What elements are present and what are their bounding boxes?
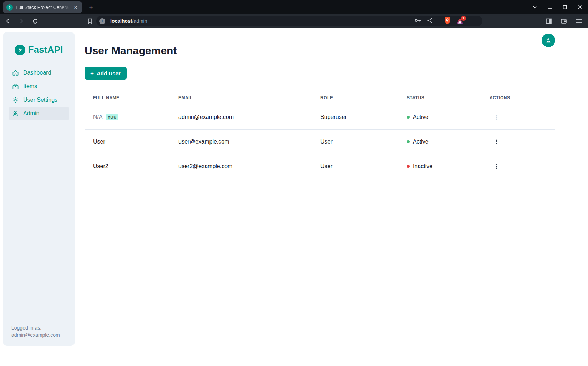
status-dot <box>407 165 410 168</box>
sidebar-item-dashboard[interactable]: Dashboard <box>9 66 69 80</box>
briefcase-icon <box>12 83 19 90</box>
bookmark-icon[interactable] <box>85 16 95 26</box>
app-content: FastAPI Dashboard Items User Settings Ad… <box>0 28 588 366</box>
sidebar-item-label: Dashboard <box>23 70 51 76</box>
toolbar-separator <box>439 18 439 24</box>
table-row: N/A YOU admin@example.com Superuser Acti… <box>85 105 555 130</box>
header-full-name: FULL NAME <box>93 95 178 100</box>
tab-close-icon[interactable]: ✕ <box>72 4 79 11</box>
saved-passwords-key-icon[interactable] <box>414 17 422 25</box>
url-host: localhost <box>110 18 132 24</box>
cell-email: user@example.com <box>178 139 320 145</box>
app-logo: FastAPI <box>3 32 75 55</box>
header-actions: ACTIONS <box>490 95 555 100</box>
header-status: STATUS <box>407 95 490 100</box>
cell-email: admin@example.com <box>178 114 320 120</box>
gear-icon <box>12 97 19 104</box>
header-email: EMAIL <box>178 95 320 100</box>
sidebar-item-label: Items <box>23 83 37 90</box>
logo-text: FastAPI <box>28 44 63 55</box>
users-icon <box>12 110 19 117</box>
status-dot <box>407 140 410 143</box>
status-label: Active <box>413 139 429 145</box>
sidebar: FastAPI Dashboard Items User Settings Ad… <box>3 32 75 346</box>
brave-shields-icon[interactable] <box>444 16 451 26</box>
cell-role: Superuser <box>320 114 407 120</box>
browser-toolbar: i localhost/admin <box>0 14 588 28</box>
status-dot <box>407 116 410 119</box>
back-button[interactable] <box>3 16 13 26</box>
browser-tab[interactable]: Full Stack Project Genera ✕ <box>3 1 82 13</box>
cell-full-name: User2 <box>93 163 108 170</box>
row-actions-menu-icon[interactable]: ⋮ <box>491 161 502 172</box>
you-badge: YOU <box>106 114 119 120</box>
cell-status: Active <box>407 114 490 120</box>
url-path: /admin <box>132 18 147 24</box>
window-minimize-button[interactable] <box>545 2 554 12</box>
table-row: User2 user2@example.com User Inactive ⋮ <box>85 154 555 179</box>
logged-in-email: admin@example.com <box>11 331 60 339</box>
new-tab-button[interactable]: + <box>86 3 96 12</box>
plus-icon: + <box>90 70 94 76</box>
table-header-row: FULL NAME EMAIL ROLE STATUS ACTIONS <box>85 91 555 105</box>
main-content: User Management + Add User FULL NAME EMA… <box>85 28 555 179</box>
sidebar-item-label: User Settings <box>23 97 57 103</box>
url-text[interactable]: localhost/admin <box>110 18 411 24</box>
row-actions-menu-icon[interactable]: ⋮ <box>491 136 502 147</box>
address-bar[interactable]: i localhost/admin <box>96 16 482 26</box>
site-info-icon[interactable]: i <box>99 18 105 24</box>
cell-role: User <box>320 139 407 145</box>
table-row: User user@example.com User Active ⋮ <box>85 130 555 154</box>
cell-status: Inactive <box>407 163 490 170</box>
sidebar-item-admin[interactable]: Admin <box>9 107 69 120</box>
cell-email: user2@example.com <box>178 163 320 170</box>
add-user-button[interactable]: + Add User <box>85 67 127 80</box>
logged-in-as: Logged in as: admin@example.com <box>11 324 60 339</box>
cell-full-name: N/A <box>93 114 103 120</box>
sidebar-item-user-settings[interactable]: User Settings <box>9 93 69 107</box>
sidebar-item-items[interactable]: Items <box>9 80 69 93</box>
sidebar-nav: Dashboard Items User Settings Admin <box>3 66 75 120</box>
browser-chevron-down-icon[interactable] <box>530 2 539 12</box>
browser-tab-strip: Full Stack Project Genera ✕ + <box>0 0 588 14</box>
logged-in-label: Logged in as: <box>11 324 60 331</box>
status-label: Inactive <box>413 163 432 170</box>
cell-status: Active <box>407 139 490 145</box>
fastapi-bolt-icon <box>15 45 25 55</box>
cell-role: User <box>320 163 407 170</box>
cell-full-name: User <box>93 139 105 145</box>
window-maximize-button[interactable] <box>560 2 569 12</box>
reload-button[interactable] <box>30 16 40 26</box>
row-actions-menu-icon: ⋮ <box>491 111 502 123</box>
rewards-count-badge: 1 <box>461 16 466 21</box>
share-icon[interactable] <box>427 17 434 25</box>
tab-title: Full Stack Project Genera <box>16 5 69 10</box>
fastapi-favicon-icon <box>6 4 13 11</box>
users-table: FULL NAME EMAIL ROLE STATUS ACTIONS N/A … <box>85 91 555 179</box>
sidebar-item-label: Admin <box>23 110 39 117</box>
forward-button[interactable] <box>16 16 26 26</box>
page-title: User Management <box>85 45 555 57</box>
brave-rewards-icon[interactable]: 1 <box>456 17 464 25</box>
home-icon <box>12 70 19 76</box>
side-panel-button[interactable] <box>544 16 554 26</box>
header-role: ROLE <box>320 95 407 100</box>
window-close-button[interactable] <box>575 2 584 12</box>
status-label: Active <box>413 114 429 120</box>
wallet-button[interactable] <box>559 16 569 26</box>
add-user-label: Add User <box>97 70 121 76</box>
browser-menu-icon[interactable] <box>574 16 584 26</box>
